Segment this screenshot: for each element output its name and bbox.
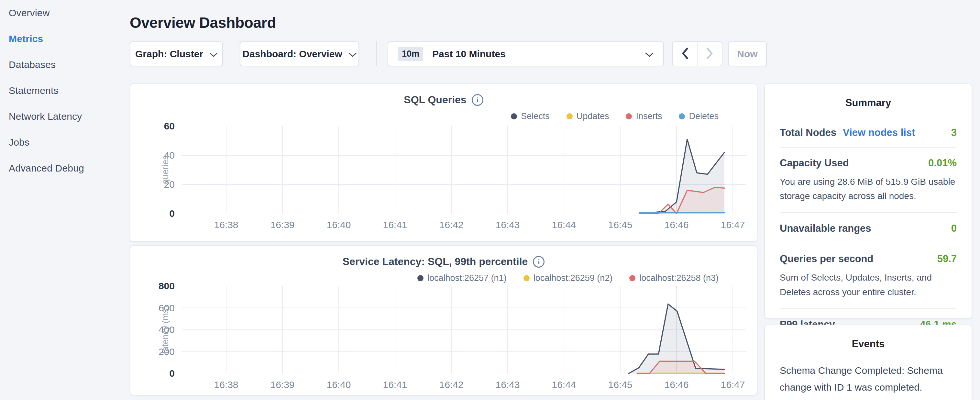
x-axis-tick-label: 16:39 (260, 220, 305, 230)
legend-item[interactable]: localhost:26259 (n2) (523, 273, 613, 283)
legend-item[interactable]: localhost:26258 (n3) (629, 273, 719, 283)
sidebar-item-advanced-debug[interactable]: Advanced Debug (0, 155, 130, 181)
sidebar-item-metrics[interactable]: Metrics (0, 26, 130, 52)
sidebar-item-jobs[interactable]: Jobs (0, 129, 130, 155)
chevron-down-icon (349, 49, 356, 59)
legend-dot (629, 275, 635, 281)
time-step-back-button[interactable] (673, 42, 697, 66)
summary-row-total-nodes: Total Nodes View nodes list 3 (780, 117, 957, 147)
summary-row-value: 59.7 (937, 253, 957, 265)
summary-row-value: 3 (951, 127, 957, 139)
x-axis-tick-label: 16:46 (654, 379, 699, 390)
chart-plot: 6040200queries16:3816:3916:4016:4116:421… (130, 126, 757, 236)
legend-label: localhost:26257 (n1) (427, 273, 507, 283)
chart-title: SQL Queries (404, 94, 466, 106)
legend-label: localhost:26259 (n2) (533, 273, 613, 283)
sidebar-item-statements[interactable]: Statements (0, 78, 130, 104)
x-axis-tick-label: 16:38 (204, 379, 249, 390)
legend-dot (417, 275, 423, 281)
summary-title: Summary (765, 97, 972, 109)
time-step-forward-button[interactable] (697, 42, 722, 66)
summary-row-capacity-used: Capacity Used 0.01% (780, 148, 957, 177)
sidebar-item-network-latency[interactable]: Network Latency (0, 104, 130, 129)
legend-dot (566, 113, 573, 120)
service-latency-chart-card: Service Latency: SQL, 99th percentile i … (130, 245, 757, 395)
legend-label: localhost:26258 (n3) (639, 273, 719, 283)
events-title: Events (765, 338, 972, 350)
info-icon[interactable]: i (472, 94, 484, 106)
summary-row-label: Queries per second (780, 253, 873, 265)
legend-label: Inserts (636, 112, 662, 121)
x-axis-tick-label: 16:46 (654, 220, 699, 230)
chart-legend: SelectsUpdatesInsertsDeletes (511, 112, 719, 121)
legend-label: Deletes (689, 112, 719, 121)
main-content: Overview Dashboard Graph: Cluster Dashbo… (130, 0, 757, 400)
time-range-selector[interactable]: 10m Past 10 Minutes (388, 41, 664, 66)
summary-row-queries-per-second: Queries per second 59.7 (780, 243, 957, 273)
legend-item[interactable]: Selects (511, 112, 550, 121)
legend-label: Updates (576, 112, 609, 121)
event-item-text: Schema Change Completed: Schema change w… (780, 362, 957, 395)
sidebar-item-databases[interactable]: Databases (0, 52, 130, 78)
legend-dot (626, 113, 632, 120)
x-axis-tick-label: 16:43 (485, 220, 530, 230)
sidebar-item-overview[interactable]: Overview (0, 0, 130, 26)
legend-item[interactable]: Deletes (679, 112, 719, 121)
summary-row-value: 0 (951, 223, 957, 234)
time-step-button-group (672, 41, 722, 66)
y-axis-tick-label: 60 (130, 121, 175, 132)
chart-legend: localhost:26257 (n1)localhost:26259 (n2)… (417, 273, 719, 283)
sql-queries-chart-card: SQL Queries i SelectsUpdatesInsertsDelet… (130, 83, 757, 242)
y-axis-unit-label: latency (ms) (161, 297, 170, 362)
time-range-label: Past 10 Minutes (432, 49, 506, 59)
legend-label: Selects (521, 112, 550, 121)
chevron-down-icon (645, 49, 654, 59)
y-axis-tick-label: 0 (130, 208, 175, 219)
dashboard-dropdown[interactable]: Dashboard: Overview (240, 41, 359, 66)
legend-dot (679, 113, 685, 120)
chevron-right-icon (706, 48, 713, 61)
sidebar: Overview Metrics Databases Statements Ne… (0, 0, 130, 400)
summary-row-value: 0.01% (928, 157, 957, 169)
legend-item[interactable]: localhost:26257 (n1) (417, 273, 507, 283)
summary-row-label: Capacity Used (780, 157, 849, 169)
event-item-timestamp: May 13, 2020 at 4:45 PM (780, 398, 957, 400)
x-axis-tick-label: 16:38 (204, 220, 249, 230)
time-range-badge: 10m (398, 46, 423, 61)
x-axis-tick-label: 16:39 (260, 379, 305, 390)
controls-divider (376, 41, 377, 66)
x-axis-tick-label: 16:47 (710, 220, 756, 230)
graph-scope-dropdown[interactable]: Graph: Cluster (130, 41, 223, 66)
view-nodes-list-link[interactable]: View nodes list (843, 127, 915, 139)
x-axis-tick-label: 16:44 (541, 379, 587, 390)
chart-title: Service Latency: SQL, 99th percentile (343, 256, 528, 268)
now-button[interactable]: Now (728, 41, 767, 66)
x-axis-tick-label: 16:47 (710, 379, 756, 390)
chart-plot: 8006004002000latency (ms)16:3816:3916:40… (130, 286, 757, 396)
summary-row-description: You are using 28.6 MiB of 515.9 GiB usab… (780, 175, 957, 212)
summary-row-label: Unavailable ranges (780, 223, 871, 234)
x-axis-tick-label: 16:44 (541, 220, 587, 230)
x-axis-tick-label: 16:45 (598, 379, 643, 390)
legend-item[interactable]: Inserts (626, 112, 662, 121)
x-axis-tick-label: 16:43 (485, 379, 530, 390)
x-axis-tick-label: 16:40 (316, 379, 361, 390)
y-axis-tick-label: 0 (130, 368, 175, 379)
info-icon[interactable]: i (533, 256, 544, 268)
x-axis-tick-label: 16:42 (429, 220, 474, 230)
overview-dashboard-page: Overview Metrics Databases Statements Ne… (0, 0, 980, 400)
y-axis-tick-label: 800 (130, 280, 175, 292)
x-axis-tick-label: 16:40 (316, 220, 361, 230)
x-axis-tick-label: 16:41 (372, 379, 418, 390)
events-panel: Events Schema Change Completed: Schema c… (764, 325, 972, 400)
dashboard-dropdown-label: Dashboard: Overview (242, 49, 342, 59)
legend-item[interactable]: Updates (566, 112, 609, 121)
x-axis-tick-label: 16:41 (372, 220, 418, 230)
summary-row-label: Total Nodes (780, 127, 836, 139)
legend-dot (511, 113, 517, 120)
y-axis-unit-label: queries (161, 137, 170, 202)
page-title: Overview Dashboard (130, 14, 276, 31)
legend-dot (523, 275, 530, 281)
graph-scope-dropdown-label: Graph: Cluster (135, 49, 203, 59)
x-axis-tick-label: 16:42 (429, 379, 474, 390)
